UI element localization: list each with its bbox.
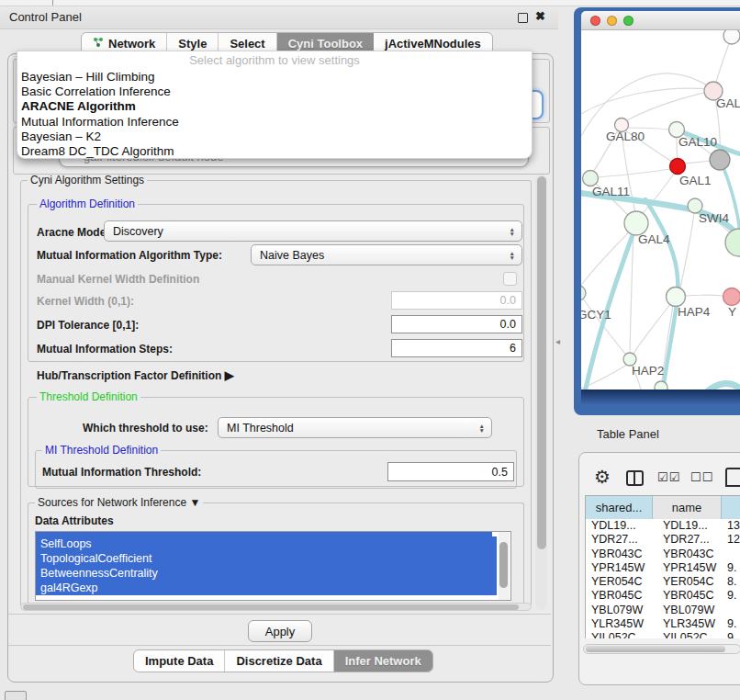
splitter-collapse-icon[interactable]: ◂: [555, 336, 560, 346]
spinner-arrows-icon: ▲▼: [479, 423, 485, 432]
list-item-gal4RGexp[interactable]: gal4RGexp: [36, 581, 497, 595]
table-cell: YBR045C: [591, 589, 643, 603]
network-node-node-top[interactable]: [723, 30, 740, 44]
dropdown-item[interactable]: Bayesian – Hill Climbing: [17, 70, 532, 85]
select-all-checkboxes-icon[interactable]: ☑☑: [657, 470, 680, 484]
mi-steps-value: 6: [510, 342, 516, 355]
data-attributes-label: Data Attributes: [35, 514, 114, 527]
tab-label: Style: [178, 37, 207, 51]
network-edge[interactable]: [633, 304, 670, 354]
list-item-SelfLoops[interactable]: SelfLoops: [36, 536, 497, 551]
table-horizontal-scrollbar[interactable]: [583, 644, 740, 654]
divider: [8, 645, 551, 646]
gear-icon[interactable]: ⚙: [594, 466, 611, 488]
network-node-node-bottom[interactable]: [655, 381, 667, 390]
columns-icon[interactable]: [626, 470, 644, 486]
network-node-HAP4[interactable]: [667, 288, 686, 307]
tab-infer-network[interactable]: Infer Network: [334, 650, 432, 672]
list-item-TopologicalCoefficient[interactable]: TopologicalCoefficient: [36, 551, 497, 566]
tab-label: Network: [108, 37, 155, 51]
network-node-node-gray[interactable]: [710, 150, 730, 170]
kernel-width-value: 0.0: [500, 294, 516, 307]
dropdown-item[interactable]: Mutual Information Inference: [17, 115, 532, 130]
table-cell: YDL19...: [591, 519, 636, 533]
table-cell: 9.: [727, 561, 736, 575]
network-edge[interactable]: [625, 91, 713, 121]
table-cell: YBR045C: [663, 589, 714, 603]
minimized-panel-icon[interactable]: [5, 691, 27, 700]
table-cell: 9.: [727, 589, 736, 603]
mi-threshold-value: 0.5: [492, 466, 508, 479]
column-header-shared...[interactable]: shared...: [586, 496, 653, 519]
dropdown-item[interactable]: ARACNE Algorithm: [17, 99, 532, 114]
network-edge[interactable]: [598, 169, 670, 177]
network-edge[interactable]: [630, 234, 633, 352]
algorithm-dropdown-list: Select algorithm to view settings Bayesi…: [17, 51, 533, 159]
dropdown-item[interactable]: Bayesian – K2: [17, 130, 532, 144]
network-node-GAL11[interactable]: [583, 171, 599, 186]
close-traffic-light[interactable]: [590, 16, 600, 26]
aracne-mode-label: Aracne Mode:: [37, 226, 109, 239]
dropdown-item[interactable]: Basic Correlation Inference: [17, 85, 532, 99]
node-label-GAL11: GAL11: [592, 185, 630, 198]
deselect-all-checkboxes-icon[interactable]: ☐☐: [690, 470, 713, 484]
apply-button[interactable]: Apply: [248, 620, 312, 642]
mi-algorithm-type-combobox[interactable]: Naive Bayes ▲▼: [251, 244, 522, 265]
network-canvas[interactable]: GALGAL80GAL10GAL1GAL11SWI4GAL4HAP4YGCY1H…: [581, 30, 740, 390]
manual-kernel-width-checkbox[interactable]: [503, 272, 517, 286]
control-panel-title: Control Panel: [9, 10, 82, 24]
cyni-bottom-tabs: Impute DataDiscretize DataInfer Network: [133, 649, 433, 672]
table-row[interactable]: YLR345WYLR345W9.: [586, 617, 740, 631]
network-node-GCY1[interactable]: [581, 286, 586, 300]
tab-discretize-data[interactable]: Discretize Data: [225, 650, 333, 672]
kernel-width-field[interactable]: 0.0: [391, 291, 522, 310]
dropdown-item[interactable]: Dream8 DC_TDC Algorithm: [17, 144, 532, 159]
mi-steps-label: Mutual Information Steps:: [37, 343, 173, 356]
aracne-mode-combobox[interactable]: Discovery ▲▼: [104, 220, 522, 242]
close-panel-icon[interactable]: ✖: [535, 9, 545, 23]
table-row[interactable]: YBR045CYBR045C9.: [586, 589, 740, 603]
settings-vertical-scrollbar[interactable]: [535, 175, 547, 610]
network-edge[interactable]: [680, 213, 694, 288]
table-row[interactable]: YIL052CYIL052C9.: [586, 631, 740, 638]
network-edge[interactable]: [685, 295, 723, 296]
divider: [8, 614, 551, 615]
node-label-GAL4: GAL4: [638, 232, 670, 246]
network-edge[interactable]: [581, 88, 710, 119]
application-root: Control Panel ✖ NetworkStyleSelectCyni T…: [0, 0, 740, 700]
table-row[interactable]: YBR043CYBR043C: [586, 548, 740, 561]
network-edge[interactable]: [677, 137, 678, 159]
settings-horizontal-scrollbar[interactable]: [20, 603, 532, 611]
network-edge[interactable]: [685, 161, 711, 164]
dpi-tolerance-field[interactable]: 0.0: [391, 315, 522, 333]
table-row[interactable]: YDR27...YDR27...12: [586, 533, 740, 547]
list-vertical-scrollbar[interactable]: [499, 532, 510, 600]
table-row[interactable]: YPR145WYPR145W9.: [586, 561, 740, 575]
mi-threshold-field[interactable]: 0.5: [387, 462, 514, 481]
function-builder-icon[interactable]: [725, 468, 740, 487]
tab-impute-data[interactable]: Impute Data: [134, 650, 225, 672]
float-panel-icon[interactable]: [518, 13, 528, 23]
node-table-rows: YDL19...YDL19...13YDR27...YDR27...12YBR0…: [585, 519, 740, 638]
mi-steps-field[interactable]: 6: [391, 339, 522, 357]
algorithm-definition-label: Algorithm Definition: [37, 198, 138, 210]
which-threshold-combobox[interactable]: MI Threshold ▲▼: [218, 417, 492, 438]
node-label-GAL1: GAL1: [679, 174, 712, 187]
network-window-titlebar[interactable]: [581, 11, 740, 30]
node-label-HAP2: HAP2: [632, 364, 664, 378]
network-node-node-green-right[interactable]: [725, 229, 740, 256]
zoom-traffic-light[interactable]: [623, 16, 633, 26]
network-node-Y[interactable]: [723, 288, 740, 306]
column-header-name[interactable]: name: [653, 496, 722, 519]
table-cell: YLR345W: [591, 617, 644, 631]
table-row[interactable]: YBL079WYBL079W: [586, 604, 740, 617]
network-node-GAL1[interactable]: [670, 159, 686, 175]
data-attributes-list[interactable]: SelfLoopsTopologicalCoefficientBetweenne…: [35, 531, 511, 601]
minimize-traffic-light[interactable]: [607, 16, 617, 26]
list-item-BetweennessCentrality[interactable]: BetweennessCentrality: [36, 566, 497, 581]
table-row[interactable]: YER054CYER054C8.: [586, 575, 740, 589]
sources-group-label[interactable]: Sources for Network Inference ▼: [35, 496, 203, 509]
hub-definition-toggle[interactable]: Hub/Transcription Factor Definition ▶: [37, 368, 234, 382]
column-header-partial[interactable]: [722, 496, 740, 519]
table-row[interactable]: YDL19...YDL19...13: [586, 519, 740, 533]
